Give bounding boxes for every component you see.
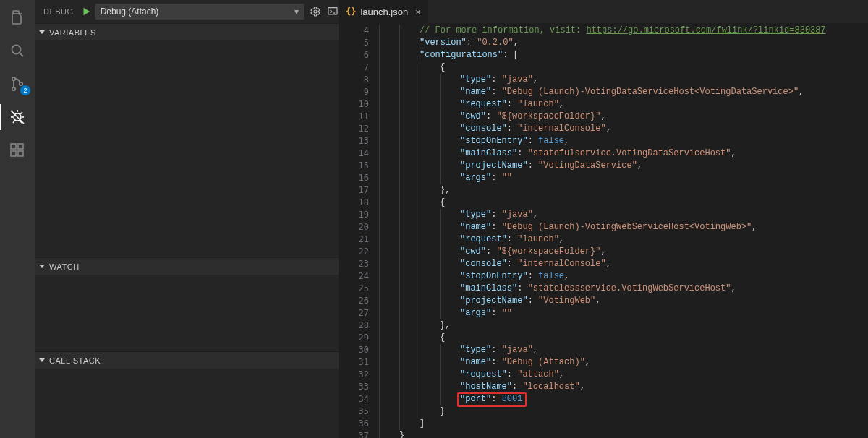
svg-point-3 [12, 87, 15, 90]
explorer-icon[interactable] [7, 7, 27, 27]
code-line[interactable]: "hostName": "localhost", [379, 381, 826, 393]
code-line[interactable]: "name": "Debug (Attach)", [379, 356, 826, 369]
code-line[interactable]: { [379, 332, 826, 344]
chevron-down-icon [39, 265, 45, 268]
line-number: 32 [339, 369, 369, 381]
line-number: 35 [339, 405, 369, 418]
code-line[interactable]: { [379, 197, 826, 209]
code-line[interactable]: "type": "java", [379, 74, 826, 86]
code-line[interactable]: "args": "" [379, 307, 826, 319]
callstack-label: CALL STACK [49, 356, 101, 365]
line-number: 33 [339, 381, 369, 393]
start-debug-button[interactable] [81, 7, 91, 17]
editor-area: {} launch.json × 45678910111213141516171… [339, 0, 868, 438]
line-number: 9 [339, 86, 369, 98]
line-number: 28 [339, 319, 369, 332]
svg-line-1 [20, 53, 23, 56]
debug-config-select[interactable]: Debug (Attach) ▾ [95, 4, 304, 20]
code-line[interactable]: "cwd": "${workspaceFolder}", [379, 246, 826, 258]
variables-body [35, 40, 339, 257]
line-number: 15 [339, 160, 369, 172]
code-line[interactable]: } [379, 430, 826, 438]
code-line[interactable]: // For more information, visit: https://… [379, 25, 826, 37]
code-line[interactable]: "console": "internalConsole", [379, 123, 826, 135]
extensions-icon[interactable] [7, 140, 27, 160]
variables-section-header[interactable]: VARIABLES [35, 23, 339, 40]
code-line[interactable]: "port": 8001 [379, 393, 826, 405]
close-icon[interactable]: × [415, 7, 421, 17]
line-number: 37 [339, 430, 369, 438]
debug-console-icon[interactable] [327, 6, 339, 17]
debug-side-panel: DEBUG Debug (Attach) ▾ VARIABLES WATCH [35, 0, 339, 438]
code-line[interactable]: "mainClass": "statelessservice.VotingWeb… [379, 283, 826, 295]
chevron-down-icon: ▾ [294, 7, 299, 17]
code-line[interactable]: "version": "0.2.0", [379, 37, 826, 49]
code-line[interactable]: "stopOnEntry": false, [379, 270, 826, 283]
code-line[interactable]: "type": "java", [379, 209, 826, 221]
line-number: 21 [339, 233, 369, 246]
line-number: 11 [339, 111, 369, 123]
code-line[interactable]: }, [379, 319, 826, 332]
line-number: 34 [339, 393, 369, 405]
code-line[interactable]: "mainClass": "statefulservice.VotingData… [379, 147, 826, 160]
code-line[interactable]: "projectName": "VotingWeb", [379, 295, 826, 307]
line-number: 25 [339, 283, 369, 295]
code-line[interactable]: "type": "java", [379, 344, 826, 356]
line-number: 12 [339, 123, 369, 135]
line-number: 16 [339, 172, 369, 184]
svg-point-0 [12, 46, 21, 54]
code-line[interactable]: "request": "launch", [379, 233, 826, 246]
source-control-icon[interactable]: 2 [7, 74, 27, 94]
svg-point-2 [12, 77, 15, 80]
code-line[interactable]: }, [379, 184, 826, 197]
search-icon[interactable] [7, 40, 27, 61]
gear-icon[interactable] [310, 6, 321, 17]
chevron-down-icon [39, 358, 45, 362]
code-line[interactable]: { [379, 61, 826, 74]
code-line[interactable]: "stopOnEntry": false, [379, 135, 826, 147]
code-line[interactable]: "projectName": "VotingDataService", [379, 160, 826, 172]
code-line[interactable]: "request": "launch", [379, 98, 826, 111]
callstack-section-header[interactable]: CALL STACK [35, 351, 339, 369]
code-line[interactable]: "cwd": "${workspaceFolder}", [379, 111, 826, 123]
callstack-body [35, 369, 339, 438]
tab-launch-json[interactable]: {} launch.json × [339, 0, 428, 23]
svg-rect-17 [18, 144, 23, 149]
svg-point-18 [314, 10, 317, 13]
debug-header: DEBUG Debug (Attach) ▾ [35, 0, 339, 23]
svg-rect-19 [328, 8, 337, 14]
watch-label: WATCH [49, 262, 80, 271]
line-number: 8 [339, 74, 369, 86]
line-number: 30 [339, 344, 369, 356]
line-number: 29 [339, 332, 369, 344]
code-content[interactable]: // For more information, visit: https://… [379, 23, 826, 438]
svg-line-8 [20, 112, 22, 114]
line-number: 26 [339, 295, 369, 307]
line-number-gutter: 4567891011121314151617181920212223242526… [339, 23, 379, 438]
code-line[interactable]: } [379, 405, 826, 418]
line-number: 23 [339, 258, 369, 270]
chevron-down-icon [39, 30, 45, 34]
line-number: 22 [339, 246, 369, 258]
watch-section-header[interactable]: WATCH [35, 257, 339, 275]
activity-bar: 2 [0, 0, 35, 438]
line-number: 24 [339, 270, 369, 283]
code-line[interactable]: "request": "attach", [379, 369, 826, 381]
watch-body [35, 275, 339, 351]
json-file-icon: {} [346, 7, 356, 17]
code-line[interactable]: "name": "Debug (Launch)-VotingDataServic… [379, 86, 826, 98]
code-line[interactable]: "name": "Debug (Launch)-VotingWebService… [379, 221, 826, 233]
code-line[interactable]: "args": "" [379, 172, 826, 184]
svg-rect-15 [11, 151, 16, 156]
svg-point-4 [20, 82, 22, 85]
code-line[interactable]: ] [379, 418, 826, 430]
line-number: 31 [339, 356, 369, 369]
line-number: 20 [339, 221, 369, 233]
scm-badge: 2 [20, 85, 30, 95]
line-number: 27 [339, 307, 369, 319]
tab-label: launch.json [360, 7, 408, 17]
code-line[interactable]: "console": "internalConsole", [379, 258, 826, 270]
editor-body[interactable]: 4567891011121314151617181920212223242526… [339, 23, 868, 438]
code-line[interactable]: "configurations": [ [379, 49, 826, 61]
debug-icon[interactable] [7, 107, 27, 127]
